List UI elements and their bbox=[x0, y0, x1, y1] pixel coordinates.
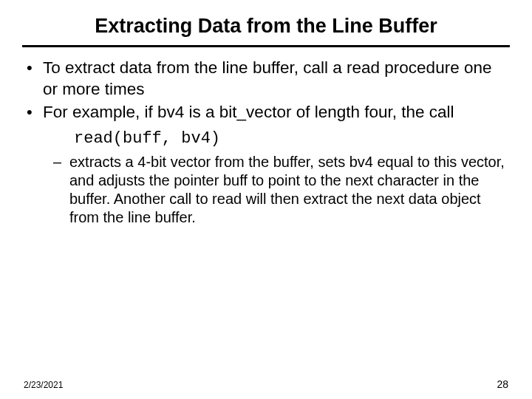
slide-footer: 2/23/2021 28 bbox=[0, 378, 532, 390]
bullet-list: To extract data from the line buffer, ca… bbox=[22, 58, 510, 123]
bullet-item: To extract data from the line buffer, ca… bbox=[22, 58, 510, 100]
footer-date: 2/23/2021 bbox=[24, 380, 63, 390]
footer-page-number: 28 bbox=[497, 378, 508, 390]
sub-bullet-item: extracts a 4-bit vector from the buffer,… bbox=[22, 153, 510, 228]
title-underline bbox=[22, 45, 510, 47]
sub-bullet-list: extracts a 4-bit vector from the buffer,… bbox=[22, 153, 510, 228]
code-line: read(buff, bv4) bbox=[22, 129, 510, 149]
slide-content: To extract data from the line buffer, ca… bbox=[22, 58, 510, 227]
slide: Extracting Data from the Line Buffer To … bbox=[0, 0, 532, 399]
slide-title: Extracting Data from the Line Buffer bbox=[22, 15, 510, 45]
bullet-item: For example, if bv4 is a bit_vector of l… bbox=[22, 102, 510, 123]
